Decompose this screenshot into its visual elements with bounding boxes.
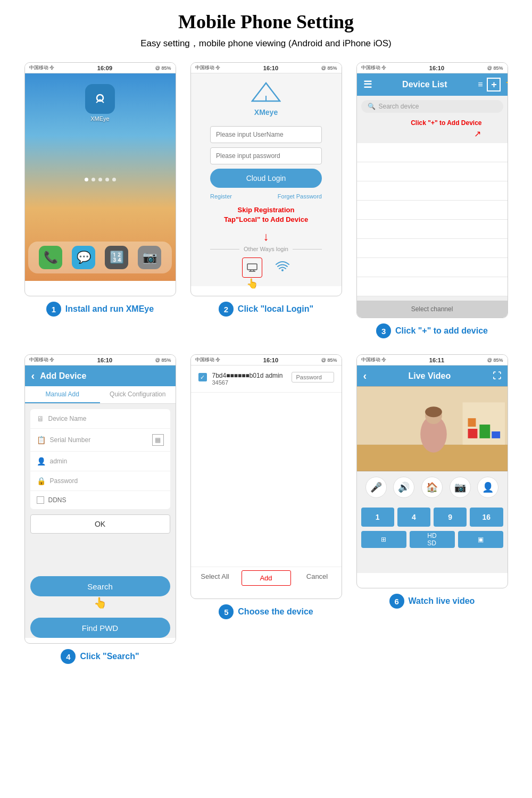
- mic-button[interactable]: 🎤: [365, 477, 387, 498]
- ddns-label: DDNS: [48, 496, 66, 504]
- device-list-row: [357, 258, 508, 277]
- step-label-4: 4 Click "Search": [61, 649, 139, 664]
- search-button[interactable]: Search: [30, 576, 170, 596]
- calculator-icon[interactable]: 🔢: [105, 246, 128, 269]
- battery-1: @ 85%: [155, 65, 171, 71]
- search-device-bar[interactable]: 🔍 Search device: [361, 100, 503, 113]
- add-button[interactable]: Add: [242, 570, 291, 586]
- add-device-plus-button[interactable]: + 👆: [487, 78, 501, 92]
- username-input[interactable]: [210, 126, 322, 143]
- device-info: 7bd4■■■■■■b01d admin 34567: [212, 372, 286, 386]
- device-password-input[interactable]: [292, 372, 334, 383]
- select-channel-bar: Select channel: [357, 301, 508, 318]
- select-all-button[interactable]: Select All: [191, 567, 239, 589]
- phone-frame-2: 中国移动 令 16:10 @ 85% XMeye Cloud Login: [190, 62, 342, 296]
- add-device-tabs: Manual Add Quick Configuration: [25, 386, 176, 404]
- channel-4-button[interactable]: 4: [397, 508, 430, 527]
- speaker-button[interactable]: 🔊: [393, 477, 414, 498]
- hand-cursor-phone2: 👆: [246, 278, 258, 289]
- empty-area: [191, 393, 342, 542]
- cancel-button[interactable]: Cancel: [293, 567, 342, 589]
- device-id-text: 7bd4■■■■■■b01d admin: [212, 372, 286, 379]
- other-ways-area: ↓ Other Ways login: [210, 230, 322, 278]
- device-list-row: [357, 220, 508, 239]
- add-device-form: 🖥 Device Name 📋 Serial Number ▦ 👤 admin …: [30, 409, 170, 509]
- battery-6: @ 85%: [487, 358, 503, 363]
- wifi-login-icon[interactable]: [275, 260, 290, 275]
- back-arrow-live[interactable]: ‹: [363, 370, 367, 382]
- phone-col-1: 中国移动 令 16:09 @ 85% XMEye: [21, 62, 179, 338]
- battery-2: @ 85%: [321, 65, 337, 71]
- xmeye-icon[interactable]: [85, 84, 115, 114]
- step-text-3: Click "+" to add device: [395, 326, 488, 336]
- password-input[interactable]: [210, 147, 322, 164]
- qr-code-icon[interactable]: ▦: [152, 434, 164, 446]
- arrow-up-right-icon: ↗: [474, 129, 481, 139]
- extra-buttons: ⊞ HDSD ▣: [357, 531, 508, 552]
- menu-icon[interactable]: ☰: [363, 79, 372, 90]
- device-list-title: Device List: [402, 80, 447, 89]
- phone6-livevideo-body: ‹ Live Video ⛶: [357, 365, 508, 573]
- hd-sd-button[interactable]: HDSD: [410, 531, 455, 548]
- find-pwd-button[interactable]: Find PWD: [30, 618, 170, 638]
- person-button[interactable]: 👤: [477, 477, 498, 498]
- phone3-devicelist-body: ☰ Device List ≡ + 👆 🔍 Search device: [357, 73, 508, 318]
- status-bar-2: 中国移动 令 16:10 @ 85%: [191, 63, 342, 73]
- messages-icon[interactable]: 💬: [72, 246, 95, 269]
- username-field: 👤 admin: [30, 452, 170, 471]
- channel-1-button[interactable]: 1: [361, 508, 394, 527]
- step-label-2: 2 Click "local Login": [219, 302, 313, 317]
- home-button[interactable]: 🏠: [421, 477, 443, 498]
- cloud-login-button[interactable]: Cloud Login: [210, 169, 322, 188]
- hand-cursor-search: 👆: [94, 596, 107, 609]
- camera-snap-button[interactable]: 📷: [450, 477, 471, 498]
- step-circle-2: 2: [219, 302, 234, 317]
- phone-frame-3: 中国移动 令 16:10 @ 85% ☰ Device List ≡ + 👆: [356, 62, 508, 318]
- status-bar-4: 中国移动 令 16:10 @ 85%: [25, 355, 176, 365]
- device-list-row: [357, 162, 508, 181]
- skip-registration-text: Skip Registration: [238, 206, 295, 214]
- manual-add-tab[interactable]: Manual Add: [25, 386, 101, 403]
- back-arrow-icon[interactable]: ‹: [31, 370, 35, 382]
- time-4: 16:10: [97, 357, 112, 363]
- device-port-text: 34567: [212, 379, 286, 386]
- record-button[interactable]: ▣: [458, 531, 503, 548]
- phone-icon[interactable]: 📞: [39, 246, 62, 269]
- step-circle-6: 6: [389, 594, 404, 609]
- forget-password-link[interactable]: Forget Password: [278, 193, 322, 200]
- step-text-6: Watch live video: [409, 596, 475, 606]
- device-list-row: [357, 277, 508, 296]
- bottom-actions-bar: Select All Add Cancel: [191, 567, 342, 589]
- username-label[interactable]: admin: [50, 458, 68, 465]
- time-5: 16:10: [263, 357, 278, 363]
- register-link[interactable]: Register: [210, 193, 232, 200]
- device-select-checkbox[interactable]: ✓: [198, 373, 207, 381]
- phone5-choosedevice-body: ✓ 7bd4■■■■■■b01d admin 34567 Select All …: [191, 365, 342, 589]
- grid-view-button[interactable]: ⊞: [361, 531, 406, 548]
- signal-2: 中国移动 令: [195, 64, 221, 71]
- serial-number-field: 📋 Serial Number ▦: [30, 429, 170, 452]
- ok-button[interactable]: OK: [30, 514, 170, 534]
- svg-rect-18: [468, 418, 476, 427]
- signal-4: 中国移动 令: [29, 356, 55, 363]
- device-list-row: [357, 181, 508, 201]
- serial-icon: 📋: [37, 436, 46, 444]
- add-device-title: Add Device: [40, 371, 86, 381]
- channel-9-button[interactable]: 9: [434, 508, 467, 527]
- status-bar-5: 中国移动 令 16:10 @ 85%: [191, 355, 342, 365]
- page-dots: [85, 178, 116, 181]
- ddns-checkbox[interactable]: [37, 496, 44, 504]
- local-login-icon[interactable]: [242, 257, 262, 278]
- quick-config-tab[interactable]: Quick Configuration: [100, 386, 176, 403]
- list-view-icon[interactable]: ≡: [478, 80, 483, 89]
- channel-16-button[interactable]: 16: [470, 508, 503, 527]
- device-name-label[interactable]: Device Name: [48, 415, 87, 422]
- step-text-4: Click "Search": [80, 652, 139, 661]
- camera-icon[interactable]: 📷: [138, 246, 161, 269]
- fullscreen-icon[interactable]: ⛶: [493, 371, 501, 381]
- live-video-svg: [357, 386, 508, 471]
- phone-col-2: 中国移动 令 16:10 @ 85% XMeye Cloud Login: [187, 62, 345, 338]
- password-label[interactable]: Password: [50, 477, 78, 485]
- serial-number-label[interactable]: Serial Number: [50, 436, 91, 444]
- time-1: 16:09: [97, 65, 112, 71]
